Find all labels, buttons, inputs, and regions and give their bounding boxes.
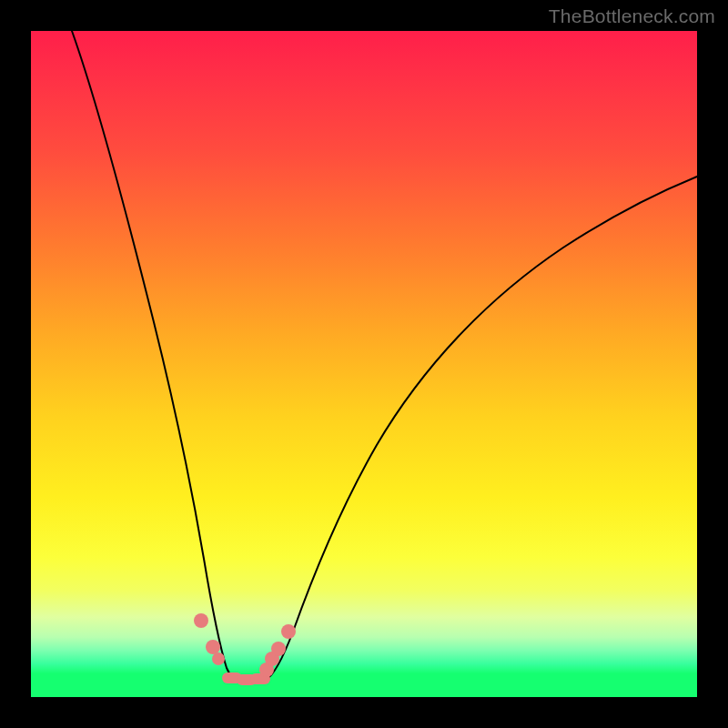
watermark-text: TheBottleneck.com [549,5,715,27]
chart-frame: TheBottleneck.com [0,0,728,728]
plot-area [31,31,697,697]
valley-markers [194,613,296,685]
curve-svg [31,31,697,697]
marker-dot [271,642,286,656]
marker-dot [281,624,296,639]
marker-dot [206,640,220,654]
marker-dot [212,652,225,665]
marker-dot [194,613,208,628]
bottleneck-curve [72,31,697,682]
